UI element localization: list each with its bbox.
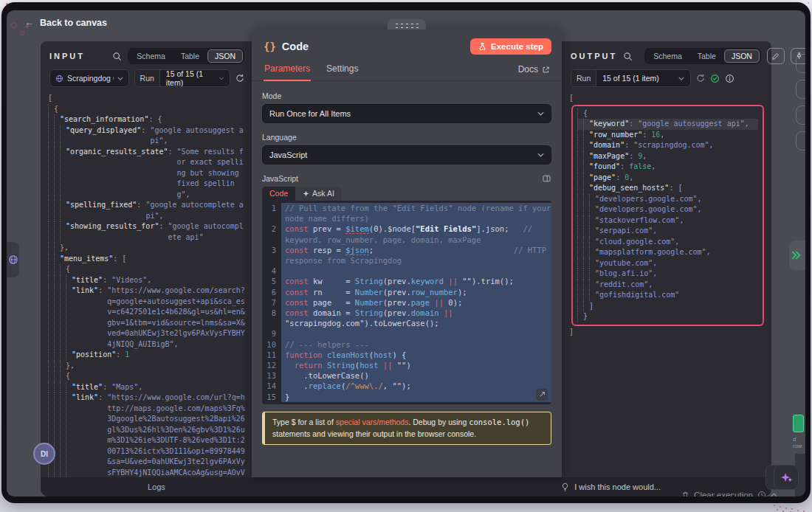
json-line: { <box>577 108 758 120</box>
pin-data-button[interactable] <box>791 48 805 64</box>
json-line: "stackoverflow.com", <box>577 215 758 226</box>
json-line: "cloud.google.com", <box>577 237 758 248</box>
input-source-select[interactable]: Scrapingdog Google S <box>49 69 129 87</box>
success-check-icon <box>710 74 720 83</box>
code-editor[interactable]: 1// Pull state from the "Edit Fields" no… <box>262 201 551 404</box>
code-line: 11function cleanHost(host) { <box>262 350 551 360</box>
json-line: "found": false, <box>577 162 758 173</box>
output-panel: OUTPUT SchemaTableJSON <box>562 41 771 477</box>
flask-icon <box>478 42 486 51</box>
code-line: 4 <box>262 266 551 276</box>
code-line: 5const kw = String(prev.keyword || "").t… <box>262 276 551 286</box>
refresh-icon[interactable] <box>235 74 244 83</box>
json-line: "domain": "scrapingdog.com", <box>577 140 758 151</box>
trash-icon <box>681 491 689 497</box>
wish-input[interactable]: I wish this node would... <box>561 482 661 492</box>
tab-ask-ai[interactable]: Ask AI <box>295 187 342 201</box>
json-line: "gofishdigital.com" <box>577 290 758 301</box>
app-window: ← Back to canvas d row <box>1 2 811 503</box>
json-line: "organic_results_state": "Some results f… <box>48 147 246 201</box>
external-link-icon <box>542 66 550 74</box>
selected-item-outline[interactable]: {"keyword": "google autosuggest api","ro… <box>571 105 764 326</box>
json-line: "showing_results_for": "google autocompl… <box>48 221 246 243</box>
code-line: 10// --- helpers --- <box>262 339 551 350</box>
json-line: "mapsplatform.google.com", <box>577 247 758 258</box>
background-caption: d row <box>793 436 805 449</box>
input-tab-schema[interactable]: Schema <box>129 49 173 63</box>
language-select[interactable]: JavaScript <box>262 145 551 165</box>
special-vars-link[interactable]: special vars/methods <box>336 418 409 426</box>
logs-toggle[interactable]: Logs <box>148 482 165 491</box>
input-title: INPUT <box>49 52 85 60</box>
input-node-stub[interactable] <box>7 242 19 277</box>
json-line: { <box>48 104 246 115</box>
run-label: Run <box>571 70 596 86</box>
input-run-select[interactable]: 15 of 15 (1 item) <box>160 70 230 86</box>
editor-tab-strip: Code Ask AI <box>262 187 342 201</box>
input-tab-json[interactable]: JSON <box>207 49 243 63</box>
json-line: "serpapi.com", <box>577 226 758 237</box>
editor-expand-icon[interactable] <box>536 389 548 401</box>
output-tab-json[interactable]: JSON <box>724 49 760 63</box>
code-line: 6const rn = Number(prev.row_number); <box>262 287 551 297</box>
code-tab-parameters[interactable]: Parameters <box>264 63 311 81</box>
search-icon[interactable] <box>623 52 633 61</box>
code-tab-settings[interactable]: Settings <box>326 63 359 80</box>
json-line: { <box>48 264 246 275</box>
modal-drag-handle[interactable] <box>388 19 426 30</box>
output-connector-handle[interactable] <box>789 241 805 270</box>
json-line: "spelling_fixed": "google autocomplete a… <box>48 200 246 221</box>
docs-link[interactable]: Docs <box>518 64 550 80</box>
globe-icon <box>8 255 18 265</box>
json-line: }, <box>48 243 246 254</box>
code-node-panel: {} Code Execute step ParametersSettings … <box>252 30 562 477</box>
mode-select[interactable]: Run Once for All Items <box>262 104 551 123</box>
json-line: "row_number": 16, <box>577 130 758 141</box>
pin-icon <box>795 52 803 60</box>
json-line: [ <box>48 93 246 104</box>
output-run-selector: Run 15 of 15 (1 item) <box>571 69 691 87</box>
chevron-down-icon <box>678 77 684 80</box>
tab-code[interactable]: Code <box>262 187 295 201</box>
pencil-icon <box>771 52 780 60</box>
input-json-viewer[interactable]: [{"search_information": {"query_displaye… <box>41 87 252 497</box>
json-line: "title": "Maps", <box>48 382 246 393</box>
info-icon <box>725 74 734 83</box>
output-json-viewer[interactable]: [ {"keyword": "google autosuggest api","… <box>562 87 771 342</box>
back-to-canvas-button[interactable]: ← Back to canvas <box>24 17 107 28</box>
code-line: 12 return String(host || "") <box>262 360 551 370</box>
table-node-icon <box>793 415 804 432</box>
code-line: 2const prev = $item(0).$node["Edit Field… <box>262 224 551 244</box>
edit-output-button[interactable] <box>767 48 785 64</box>
output-run-select[interactable]: 15 of 15 (1 item) <box>596 70 689 86</box>
input-tab-table[interactable]: Table <box>173 49 207 63</box>
output-title: OUTPUT <box>571 52 617 60</box>
output-tab-schema[interactable]: Schema <box>646 49 689 63</box>
json-line: "link": "https://www.google.com/url?q=ht… <box>48 392 246 489</box>
array-bracket: [ <box>569 93 574 104</box>
avatar[interactable]: DI <box>33 443 55 465</box>
refresh-icon[interactable] <box>696 74 705 83</box>
json-line: }, <box>48 361 246 372</box>
output-tab-table[interactable]: Table <box>690 49 723 63</box>
json-line: "debug_seen_hosts": [ <box>577 183 758 194</box>
editor-label: JavaScript <box>262 174 298 183</box>
language-label: Language <box>262 133 551 142</box>
background-node-outlines <box>796 54 805 157</box>
code-line: 15} <box>262 392 551 402</box>
node-title: Code <box>282 41 309 52</box>
code-line: 9 <box>262 328 551 339</box>
json-line: "search_information": { <box>48 114 246 125</box>
json-line: "title": "Videos", <box>48 275 246 286</box>
parameter-tabs: ParametersSettings Docs <box>252 60 562 81</box>
array-bracket: ] <box>569 327 574 338</box>
input-panel: INPUT SchemaTableJSON Scrapingdog Google… <box>41 41 252 477</box>
json-line: "query_displayed": "google autosuggest a… <box>48 125 246 147</box>
split-view-icon[interactable] <box>542 174 551 183</box>
execute-step-button[interactable]: Execute step <box>470 38 551 55</box>
json-line: ] <box>577 301 758 312</box>
clear-execution-button[interactable]: Clear execution <box>681 491 777 497</box>
search-icon[interactable] <box>112 52 122 61</box>
ai-assistant-button[interactable] <box>774 465 799 490</box>
chevron-down-icon <box>537 111 544 116</box>
